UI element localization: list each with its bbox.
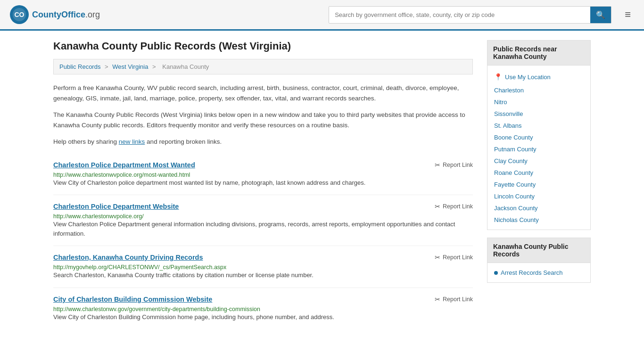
search-button[interactable]: 🔍 — [590, 7, 611, 23]
svg-text:CO: CO — [15, 11, 25, 18]
record-desc: Search Charleston, Kanawha County traffi… — [53, 271, 473, 280]
sidebar-arrest-records[interactable]: Arrest Records Search — [487, 267, 590, 279]
sidebar-records-title: Kanawha County Public Records — [487, 238, 590, 263]
use-my-location-link[interactable]: Use My Location — [505, 74, 551, 81]
sidebar-use-location[interactable]: 📍 Use My Location — [487, 69, 590, 84]
main-container: Kanawha County Public Records (West Virg… — [39, 31, 605, 338]
record-desc: View Charleston Police Department genera… — [53, 220, 473, 238]
report-label: Report Link — [443, 296, 473, 303]
report-label: Report Link — [443, 162, 473, 168]
record-url[interactable]: http://www.charlestonwv.gov/government/c… — [53, 305, 473, 313]
new-links-link[interactable]: new links — [119, 138, 145, 145]
report-icon: ✂ — [435, 203, 440, 210]
page-title: Kanawha County Public Records (West Virg… — [53, 40, 473, 52]
sidebar-records-section: Kanawha County Public Records Arrest Rec… — [487, 238, 591, 283]
logo-text: CountyOffice.org — [32, 10, 100, 20]
record-entry: City of Charleston Building Commission W… — [53, 288, 473, 329]
breadcrumb-kanawha-county: Kanawha County — [162, 63, 209, 70]
record-desc: View City of Charleston police departmen… — [53, 178, 473, 188]
record-entry: Charleston Police Department Website ✂ R… — [53, 195, 473, 246]
sidebar-item-fayette-county[interactable]: Fayette County — [487, 179, 590, 190]
sidebar-item-charleston[interactable]: Charleston — [487, 84, 590, 96]
report-label: Report Link — [443, 254, 473, 261]
breadcrumb-west-virginia[interactable]: West Virginia — [112, 63, 148, 70]
sidebar-records-list: Arrest Records Search — [487, 263, 590, 282]
logo-link[interactable]: CO CountyOffice.org — [9, 5, 100, 25]
desc3-post: and reporting broken links. — [145, 138, 222, 145]
report-icon: ✂ — [435, 296, 440, 303]
record-desc: View City of Charleston Building Commiss… — [53, 313, 473, 322]
record-url[interactable]: http://www.charlestonwvpolice.org/ — [53, 212, 473, 220]
sidebar-item-nitro[interactable]: Nitro — [487, 96, 590, 108]
sidebar-item-nicholas-county[interactable]: Nicholas County — [487, 214, 590, 226]
location-pin-icon: 📍 — [494, 73, 502, 81]
record-title[interactable]: Charleston, Kanawha County Driving Recor… — [53, 254, 203, 261]
record-url[interactable]: http://www.charlestonwvpolice.org/most-w… — [53, 171, 473, 178]
sidebar-item-clay-county[interactable]: Clay County — [487, 155, 590, 167]
report-link[interactable]: ✂ Report Link — [435, 296, 473, 303]
record-title[interactable]: Charleston Police Department Most Wanted — [53, 161, 195, 169]
sidebar-item-roane-county[interactable]: Roane County — [487, 167, 590, 179]
record-entry: Charleston, Kanawha County Driving Recor… — [53, 246, 473, 288]
logo-icon: CO — [9, 5, 29, 25]
logo-name: CountyOffice — [32, 10, 85, 19]
menu-button[interactable]: ≡ — [621, 7, 635, 23]
sidebar: Public Records near Kanawha County 📍 Use… — [487, 40, 591, 329]
content-area: Kanawha County Public Records (West Virg… — [53, 40, 473, 329]
sidebar-nearby-list: 📍 Use My Location Charleston Nitro Sisso… — [487, 66, 590, 230]
sidebar-nearby-title: Public Records near Kanawha County — [487, 41, 590, 66]
bullet-icon — [494, 271, 498, 275]
description-3: Help others by sharing new links and rep… — [53, 137, 473, 147]
description-1: Perform a free Kanawha County, WV public… — [53, 83, 473, 103]
logo-org: .org — [85, 10, 100, 19]
record-header: Charleston Police Department Most Wanted… — [53, 161, 473, 169]
report-icon: ✂ — [435, 161, 440, 169]
record-title[interactable]: Charleston Police Department Website — [53, 203, 179, 210]
breadcrumb: Public Records > West Virginia > Kanawha… — [53, 59, 473, 74]
search-bar: 🔍 — [329, 6, 611, 24]
report-label: Report Link — [443, 203, 473, 210]
record-header: Charleston Police Department Website ✂ R… — [53, 203, 473, 210]
header: CO CountyOffice.org 🔍 ≡ — [0, 0, 644, 31]
report-icon: ✂ — [435, 254, 440, 261]
sidebar-item-boone-county[interactable]: Boone County — [487, 132, 590, 143]
description-2: The Kanawha County Public Records (West … — [53, 110, 473, 130]
sidebar-item-sissonville[interactable]: Sissonville — [487, 108, 590, 120]
record-header: Charleston, Kanawha County Driving Recor… — [53, 254, 473, 261]
breadcrumb-public-records[interactable]: Public Records — [59, 63, 100, 70]
record-title[interactable]: City of Charleston Building Commission W… — [53, 296, 212, 303]
report-link[interactable]: ✂ Report Link — [435, 161, 473, 169]
sidebar-item-st-albans[interactable]: St. Albans — [487, 120, 590, 132]
desc3-pre: Help others by sharing — [53, 138, 119, 145]
search-input[interactable] — [329, 8, 590, 22]
sidebar-nearby-section: Public Records near Kanawha County 📍 Use… — [487, 40, 591, 230]
record-entry: Charleston Police Department Most Wanted… — [53, 154, 473, 196]
record-header: City of Charleston Building Commission W… — [53, 296, 473, 303]
report-link[interactable]: ✂ Report Link — [435, 254, 473, 261]
records-list: Charleston Police Department Most Wanted… — [53, 154, 473, 329]
sidebar-item-jackson-county[interactable]: Jackson County — [487, 202, 590, 214]
report-link[interactable]: ✂ Report Link — [435, 203, 473, 210]
sidebar-item-lincoln-county[interactable]: Lincoln County — [487, 190, 590, 202]
sidebar-item-putnam-county[interactable]: Putnam County — [487, 143, 590, 155]
record-url[interactable]: http://mygovhelp.org/CHARLESTONWV/_cs/Pa… — [53, 263, 473, 271]
